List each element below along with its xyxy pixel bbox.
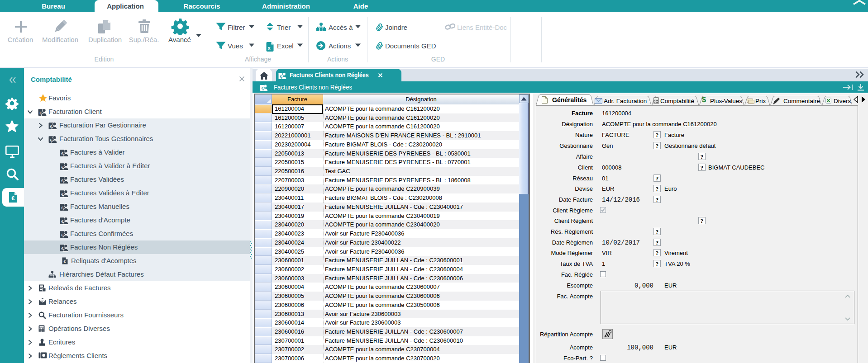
svg-text:x: x xyxy=(267,45,271,51)
svg-text:€: € xyxy=(63,259,66,264)
svg-text:€: € xyxy=(12,195,15,202)
